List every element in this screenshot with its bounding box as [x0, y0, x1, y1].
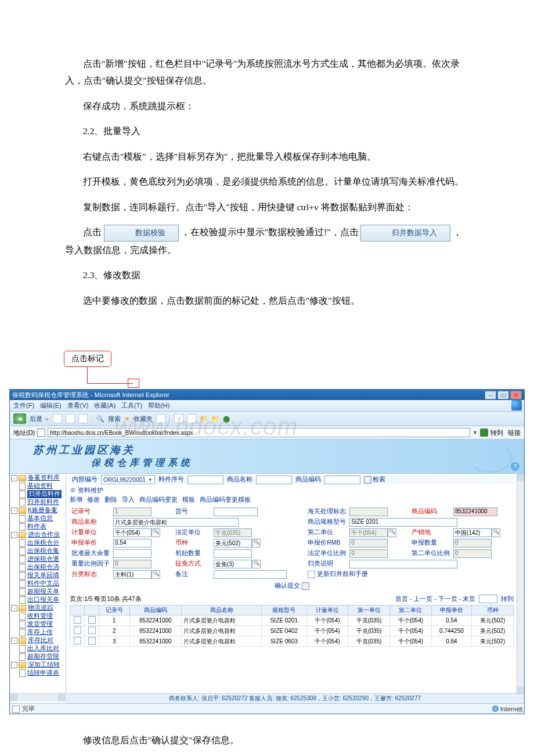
reorg-checkbox[interactable] — [308, 571, 315, 578]
sidebar-item[interactable]: 物流追踪 — [28, 604, 53, 612]
sidebar-item[interactable]: 出保税仓集 — [27, 547, 59, 555]
vertical-scrollbar[interactable] — [517, 474, 524, 693]
home-icon[interactable] — [78, 414, 88, 423]
submit-button[interactable]: 确认提交 — [70, 582, 514, 590]
close-button[interactable]: ✕ — [510, 391, 522, 399]
msn-icon[interactable]: ⬤ — [223, 415, 230, 423]
sidebar-item[interactable]: 报关单回填 — [27, 571, 59, 579]
print-icon[interactable] — [187, 414, 196, 423]
row-checkbox[interactable] — [74, 627, 81, 634]
links-label[interactable]: 链接 — [508, 429, 521, 437]
filter-dropdown[interactable]: ORGL96220001 — [101, 475, 155, 484]
sidebar-item[interactable]: 进保税仓退 — [27, 555, 59, 563]
input[interactable] — [113, 549, 151, 558]
op-modify[interactable]: 修改 — [87, 496, 100, 504]
lookup-icon[interactable] — [492, 528, 500, 537]
input[interactable]: 主料(1) — [113, 570, 151, 579]
sidebar-item[interactable]: 基础资料 — [27, 482, 53, 490]
pager-jump[interactable]: 转到 — [501, 595, 514, 603]
col-header[interactable]: 记录号 — [99, 606, 130, 615]
refresh-icon[interactable] — [66, 414, 75, 423]
input[interactable]: 8532241000 — [453, 507, 497, 516]
forward-icon[interactable]: ▸ — [46, 415, 49, 423]
input[interactable] — [214, 570, 287, 579]
row-checkbox[interactable] — [74, 637, 81, 645]
op-codechange-tpl[interactable]: 商品编码变更模板 — [200, 496, 251, 504]
row-checkbox[interactable] — [88, 637, 96, 645]
table-row[interactable]: 18532241000片式多层瓷介电容粒SIZE 0201千个(054)千克(0… — [70, 615, 514, 626]
sidebar-item[interactable]: 发货管理 — [27, 620, 53, 628]
sidebar-item[interactable]: 进出仓作业 — [28, 531, 60, 539]
search-icon[interactable]: 🔍 — [96, 415, 104, 423]
input[interactable]: SIZE 0201 — [349, 518, 457, 527]
input[interactable] — [214, 507, 258, 516]
sidebar-item[interactable]: 库存比对 — [28, 636, 53, 645]
maximize-button[interactable]: ▭ — [497, 391, 509, 399]
col-header[interactable]: 商品编码 — [129, 606, 181, 615]
menu-help[interactable]: 帮助(H) — [148, 401, 169, 410]
input[interactable]: 千个(054) — [349, 528, 388, 537]
input[interactable]: 千个(054) — [113, 528, 151, 537]
search-button[interactable]: 检索 — [364, 476, 385, 484]
favorites-label[interactable]: 收藏夹 — [134, 415, 153, 423]
row-checkbox[interactable] — [74, 616, 81, 624]
favorites-icon[interactable]: ★ — [124, 415, 130, 423]
sidebar-item[interactable]: 出口报关单 — [27, 596, 59, 604]
menu-file[interactable]: 文件(F) — [13, 401, 34, 410]
lookup-icon[interactable] — [151, 528, 160, 537]
filter-input[interactable] — [324, 476, 360, 484]
folder-icon-2[interactable]: 📁 — [211, 415, 219, 423]
col-header[interactable]: 第一单位 — [348, 606, 390, 615]
sidebar-item[interactable]: 料件中文品 — [27, 579, 59, 588]
sidebar-item[interactable]: 归并前料件 — [27, 498, 59, 506]
input[interactable]: 片式多层瓷介电容粒 — [113, 518, 239, 527]
address-input[interactable] — [48, 428, 470, 437]
sidebar-item-selected[interactable]: 归并后料件 — [27, 490, 62, 498]
sidebar-item[interactable]: 结转申请表 — [27, 669, 59, 677]
back-label[interactable]: 后退 — [30, 415, 42, 423]
op-add[interactable]: 新增 — [70, 496, 82, 504]
table-row[interactable]: 38532241000片式多层瓷介电容粒SIZE 0603千个(054)千克(0… — [70, 636, 514, 647]
history-icon[interactable] — [156, 414, 165, 423]
sidebar-item[interactable]: K账册备案 — [28, 506, 57, 514]
input[interactable]: 0.54 — [113, 539, 151, 548]
lookup-icon[interactable] — [252, 560, 261, 568]
sidebar-item[interactable]: 基本信息 — [27, 514, 53, 523]
input[interactable]: 美元(502) — [214, 539, 252, 548]
pager-nav[interactable]: 首页 - 上一页 - 下一页 - 末页 — [395, 595, 475, 603]
input[interactable]: 中国(142) — [453, 528, 492, 537]
col-header[interactable]: 币种 — [472, 606, 514, 615]
menu-favorites[interactable]: 收藏(A) — [94, 401, 116, 410]
input[interactable] — [214, 549, 252, 558]
col-header[interactable]: 计量单位 — [306, 606, 348, 615]
help-icon[interactable]: ? — [511, 462, 519, 471]
search-label[interactable]: 搜索 — [108, 415, 121, 423]
sidebar-item[interactable]: 出保税仓分 — [27, 539, 59, 547]
input[interactable] — [349, 560, 457, 568]
pager-input[interactable] — [479, 595, 497, 603]
lookup-icon[interactable] — [252, 539, 261, 548]
op-delete[interactable]: 删除 — [104, 496, 117, 504]
col-header[interactable]: 申报单价 — [431, 606, 471, 615]
sidebar-item[interactable]: 超期存货限 — [27, 653, 59, 661]
op-template[interactable]: 模板 — [182, 496, 195, 504]
op-import[interactable]: 导入 — [122, 496, 135, 504]
lookup-icon[interactable] — [388, 528, 396, 537]
sidebar-item[interactable]: 备案资料库 — [28, 474, 60, 482]
resize-handle[interactable] — [517, 707, 523, 712]
table-row[interactable]: 28532241000片式多层瓷介电容粒SIZE 0402千个(054)千克(0… — [70, 626, 514, 636]
menu-tools[interactable]: 工具(T) — [121, 401, 142, 410]
col-header[interactable]: 规格型号 — [262, 606, 306, 615]
stop-icon[interactable] — [53, 414, 62, 423]
op-codechange[interactable]: 商品编码变更 — [139, 496, 178, 504]
col-header[interactable]: 商品名称 — [181, 606, 261, 615]
sidebar-item[interactable]: 收料管理 — [27, 612, 53, 620]
input[interactable]: 全免(3) — [214, 560, 252, 568]
folder-icon[interactable]: 📁 — [200, 415, 208, 423]
minimize-button[interactable]: – — [485, 391, 496, 399]
menu-view[interactable]: 查看(V) — [67, 401, 89, 410]
lookup-icon[interactable] — [151, 570, 160, 579]
row-checkbox[interactable] — [88, 627, 96, 634]
col-header[interactable]: 第二单位 — [390, 606, 432, 615]
mail-icon[interactable] — [174, 414, 183, 423]
